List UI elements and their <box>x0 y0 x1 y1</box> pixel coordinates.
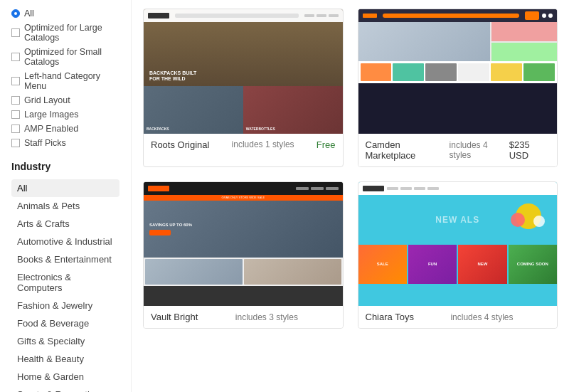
chiara-panel-fun: FUN <box>408 245 457 284</box>
chiara-nav-links <box>387 187 553 190</box>
roots-bottom-panels: BACKPACKS WATERBOTTLES <box>144 86 343 133</box>
roots-panel1-label: BACKPACKS <box>147 127 169 131</box>
theme-card-vault[interactable]: GRAB ONLY STORE WIDE SALE SAVINGS UP TO … <box>143 181 344 329</box>
camden-prod-1 <box>361 63 392 81</box>
camden-hero <box>358 22 558 61</box>
roots-nav-links <box>304 14 339 17</box>
industry-food[interactable]: Food & Beverage <box>11 314 119 332</box>
roots-price: Free <box>317 139 336 150</box>
vault-hero-content: SAVINGS UP TO 60% <box>149 223 192 235</box>
chiara-panel-sale: SALE <box>358 245 407 284</box>
camden-price: $235 USD <box>509 139 550 161</box>
industry-section: Industry All Animals & Pets Arts & Craft… <box>11 161 119 392</box>
filter-grid-layout[interactable]: Grid Layout <box>11 95 119 105</box>
chiara-hero-text: NEW ALS <box>435 215 479 225</box>
svg-point-1 <box>511 213 525 227</box>
camden-logo <box>363 14 377 18</box>
vault-styles: includes 3 styles <box>235 312 298 322</box>
filter-large-images-label: Large Images <box>24 110 78 120</box>
industry-sports[interactable]: Sports & Recreation <box>11 386 119 392</box>
roots-name: Roots Original <box>151 139 209 150</box>
vault-hero: SAVINGS UP TO 60% <box>144 201 343 258</box>
filter-large-images[interactable]: Large Images <box>11 110 119 120</box>
roots-nav-link <box>304 14 314 17</box>
chiara-toy-svg <box>507 198 550 238</box>
vault-info: Vault Bright includes 3 styles <box>144 306 343 328</box>
chiara-logo <box>363 186 384 191</box>
theme-preview-vault: GRAB ONLY STORE WIDE SALE SAVINGS UP TO … <box>144 182 343 307</box>
filter-grid-layout-label: Grid Layout <box>24 95 70 105</box>
vault-hero-cta <box>149 230 171 235</box>
roots-styles: includes 1 styles <box>232 139 294 149</box>
industry-arts[interactable]: Arts & Crafts <box>11 215 119 233</box>
filter-staff-picks[interactable]: Staff Picks <box>11 138 119 148</box>
filter-amp[interactable]: AMP Enabled <box>11 124 119 134</box>
checkbox-large-catalogs <box>11 28 20 37</box>
filter-small-catalogs[interactable]: Optimized for Small Catalogs <box>11 47 119 67</box>
filter-left-category-label: Left-hand Category Menu <box>24 71 119 91</box>
roots-info: Roots Original includes 1 styles Free <box>144 134 343 156</box>
chiara-styles: includes 4 styles <box>450 312 513 322</box>
theme-card-chiara[interactable]: NEW ALS SALE FUN NEW COMING SOON <box>358 181 558 329</box>
chiara-panel-new: NEW <box>458 245 506 284</box>
filter-large-catalogs-label: Optimized for Large Catalogs <box>24 23 119 43</box>
chiara-toys <box>507 198 550 240</box>
industry-title: Industry <box>11 161 119 172</box>
vault-nav-link <box>326 187 339 190</box>
vault-nav-link <box>311 187 324 190</box>
camden-icons <box>542 14 553 18</box>
camden-hero-side <box>491 22 558 61</box>
chiara-nav-link <box>400 187 412 190</box>
filter-staff-picks-label: Staff Picks <box>24 138 66 148</box>
roots-hero: BACKPACKS BUILTFOR THE WILD BACKPACKS WA… <box>144 9 343 134</box>
industry-health[interactable]: Health & Beauty <box>11 350 119 368</box>
vault-promo-bar: GRAB ONLY STORE WIDE SALE <box>144 195 343 201</box>
filter-large-catalogs[interactable]: Optimized for Large Catalogs <box>11 23 119 43</box>
checkbox-small-catalogs <box>11 53 20 61</box>
checkbox-staff-picks <box>11 139 20 147</box>
filter-small-catalogs-label: Optimized for Small Catalogs <box>24 47 119 67</box>
industry-electronics[interactable]: Electronics & Computers <box>11 268 119 297</box>
theme-preview-roots: BACKPACKS BUILTFOR THE WILD BACKPACKS WA… <box>144 9 343 134</box>
industry-automotive[interactable]: Automotive & Industrial <box>11 233 119 250</box>
vault-logo <box>148 186 169 191</box>
theme-preview-chiara: NEW ALS SALE FUN NEW COMING SOON <box>358 182 558 307</box>
camden-prod-2 <box>393 63 424 81</box>
camden-icon <box>542 14 546 18</box>
chiara-name: Chiara Toys <box>366 312 414 322</box>
theme-card-roots[interactable]: BACKPACKS BUILTFOR THE WILD BACKPACKS WA… <box>143 9 344 167</box>
themes-grid: BACKPACKS BUILTFOR THE WILD BACKPACKS WA… <box>143 9 558 329</box>
roots-panel-backpacks: BACKPACKS <box>144 86 243 133</box>
vault-bottom-panels <box>144 258 343 286</box>
vault-nav <box>144 182 343 195</box>
filter-all-label: All <box>24 9 34 18</box>
camden-icon <box>548 14 553 18</box>
filter-all[interactable]: All <box>11 9 119 18</box>
industry-home[interactable]: Home & Garden <box>11 368 119 386</box>
camden-prod-6 <box>523 63 555 81</box>
camden-side-top <box>491 22 558 41</box>
chiara-panel-coming-soon: COMING SOON <box>509 245 557 284</box>
camden-products <box>358 61 558 83</box>
camden-prod-4 <box>458 63 489 81</box>
filter-section: All Optimized for Large Catalogs Optimiz… <box>11 9 119 148</box>
radio-all <box>11 9 20 18</box>
vault-hero-heading: SAVINGS UP TO 60% <box>149 223 192 227</box>
filter-left-category[interactable]: Left-hand Category Menu <box>11 71 119 91</box>
svg-point-2 <box>533 216 545 227</box>
industry-gifts[interactable]: Gifts & Specialty <box>11 332 119 350</box>
vault-panel-1 <box>145 259 243 285</box>
roots-panel-water: WATERBOTTLES <box>243 86 343 133</box>
chiara-info: Chiara Toys includes 4 styles <box>358 306 558 328</box>
chiara-bottom-panels: SALE FUN NEW COMING SOON <box>358 245 558 284</box>
theme-card-camden[interactable]: Camden Marketplace includes 4 styles $23… <box>358 9 558 167</box>
camden-prod-3 <box>425 63 457 81</box>
camden-search <box>383 14 520 18</box>
industry-animals[interactable]: Animals & Pets <box>11 197 119 215</box>
industry-books[interactable]: Books & Entertainment <box>11 250 119 268</box>
industry-all[interactable]: All <box>11 179 119 197</box>
filter-amp-label: AMP Enabled <box>24 124 78 134</box>
checkbox-left-category <box>11 77 20 85</box>
roots-hero-text: BACKPACKS BUILTFOR THE WILD <box>149 70 196 83</box>
industry-fashion[interactable]: Fashion & Jewelry <box>11 297 119 314</box>
